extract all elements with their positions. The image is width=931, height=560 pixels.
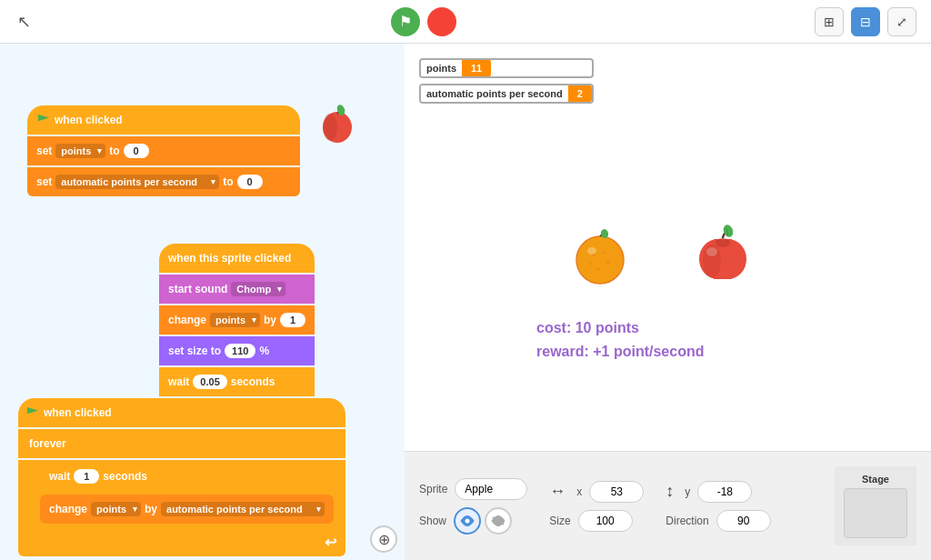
y-label: y xyxy=(685,485,690,498)
sprite-info-right: ↕ y Direction xyxy=(666,481,770,532)
stage-thumbnail[interactable] xyxy=(844,488,907,538)
xy-arrow-icon: ↔ xyxy=(549,482,566,501)
sprite-name-row: Sprite xyxy=(419,478,527,500)
wait-block-1[interactable]: wait 0.05 seconds xyxy=(159,367,315,396)
svg-point-1 xyxy=(323,114,337,141)
y-row: ↕ y xyxy=(666,481,770,503)
green-flag-button[interactable] xyxy=(391,7,420,36)
wait-value-1[interactable]: 0.05 xyxy=(193,375,226,389)
by-value-1[interactable]: 1 xyxy=(280,313,305,327)
show-btn-hidden[interactable] xyxy=(485,507,512,535)
svg-point-19 xyxy=(466,518,470,523)
svg-point-15 xyxy=(716,238,730,247)
blocks-panel: when clicked set points to 0 set automat… xyxy=(0,44,405,560)
reward-line: reward: +1 point/second xyxy=(536,340,704,364)
points-value-1[interactable]: 0 xyxy=(124,144,149,158)
wait-label-2: wait xyxy=(49,470,70,483)
apple-sprite[interactable] xyxy=(686,221,755,289)
toolbar-left: ↖ xyxy=(15,13,33,31)
auto-dropdown-1[interactable]: automatic points per second xyxy=(55,175,219,189)
wait-block-2[interactable]: wait 1 seconds xyxy=(40,462,156,491)
forever-label-block[interactable]: forever xyxy=(18,429,345,458)
eye-open-icon xyxy=(460,515,475,526)
zoom-button[interactable]: ⊕ xyxy=(370,525,397,553)
sprite-clicked-label: when this sprite clicked xyxy=(168,252,291,265)
show-label: Show xyxy=(419,515,446,527)
when-clicked-label-2: when clicked xyxy=(44,406,112,419)
x-label: x xyxy=(576,485,582,498)
seconds-label-1: seconds xyxy=(231,375,275,388)
block-group-3: when clicked forever wait 1 seconds chan… xyxy=(18,398,345,558)
size-value-110[interactable]: 110 xyxy=(225,344,255,358)
flag-icon-2 xyxy=(27,407,38,418)
auto-monitor-value: 2 xyxy=(568,85,592,102)
change-points-block[interactable]: change points by 1 xyxy=(159,305,315,335)
points-monitor-label: points xyxy=(421,60,462,76)
forever-bottom: ↩ xyxy=(18,527,345,556)
auto-value-1[interactable]: 0 xyxy=(237,175,263,189)
set-auto-block[interactable]: set automatic points per second to 0 xyxy=(27,167,300,196)
change-points-auto-block[interactable]: change points by automatic points per se… xyxy=(40,495,334,524)
show-buttons xyxy=(454,507,512,535)
when-clicked-block-1[interactable]: when clicked xyxy=(27,105,300,135)
variable-monitors: points 11 automatic points per second 2 xyxy=(419,58,594,104)
apple-sprite-thumbnail xyxy=(315,103,359,146)
layout-btn-2[interactable]: ⊟ xyxy=(851,7,880,36)
when-sprite-clicked-block[interactable]: when this sprite clicked xyxy=(159,244,315,273)
stage-thumb-label: Stage xyxy=(862,474,889,485)
set-size-110-block[interactable]: set size to 110 % xyxy=(159,336,315,365)
when-clicked-label-1: when clicked xyxy=(55,114,123,126)
show-row: Show xyxy=(419,507,527,535)
change-label-2: change xyxy=(49,503,87,515)
change-label-1: change xyxy=(168,314,206,326)
direction-row: Direction xyxy=(666,510,770,532)
bottom-info-panel: Sprite Show xyxy=(405,451,931,560)
by-label-1: by xyxy=(264,314,276,326)
stage-thumb-panel: Stage xyxy=(835,466,916,545)
set-label-1: set xyxy=(36,145,52,157)
fullscreen-button[interactable]: ⤢ xyxy=(887,7,916,36)
auto-monitor-label: automatic points per second xyxy=(421,85,568,102)
show-btn-visible[interactable] xyxy=(454,507,481,535)
points-dropdown-1[interactable]: points xyxy=(55,144,105,158)
layout-btn-1[interactable]: ⊞ xyxy=(815,7,844,36)
block-group-1: when clicked set points to 0 set automat… xyxy=(27,105,300,198)
when-clicked-block-2[interactable]: when clicked xyxy=(18,398,345,427)
start-sound-block[interactable]: start sound Chomp xyxy=(159,275,315,304)
by-label-2: by xyxy=(145,503,157,515)
cost-line: cost: 10 points xyxy=(536,316,704,340)
wait-value-2[interactable]: 1 xyxy=(74,469,99,484)
size-input[interactable] xyxy=(578,510,633,532)
set-points-block[interactable]: set points to 0 xyxy=(27,136,300,165)
y-arrow-icon: ↕ xyxy=(666,482,674,501)
to-label-1: to xyxy=(109,145,119,157)
svg-point-6 xyxy=(604,252,606,255)
points-monitor-value: 11 xyxy=(462,60,491,76)
orange-sprite[interactable] xyxy=(568,225,632,289)
stop-button[interactable] xyxy=(427,7,456,36)
sprite-label: Sprite xyxy=(419,483,447,495)
c-block-inner: wait 1 seconds change points by automati… xyxy=(18,460,345,527)
to-label-2: to xyxy=(223,175,233,188)
top-toolbar: ↖ ⊞ ⊟ ⤢ xyxy=(0,0,931,44)
x-row: ↔ x xyxy=(549,481,644,503)
percent-label-1: % xyxy=(259,345,269,357)
sprite-info-left: Sprite Show xyxy=(419,478,527,535)
points-dropdown-2[interactable]: points xyxy=(210,313,260,327)
chomp-dropdown[interactable]: Chomp xyxy=(231,282,285,296)
sprite-name-input[interactable] xyxy=(455,478,527,500)
main-container: when clicked set points to 0 set automat… xyxy=(0,44,931,560)
y-input[interactable] xyxy=(697,481,752,503)
auto-label-inner[interactable]: automatic points per second xyxy=(161,502,325,516)
cost-reward-text: cost: 10 points reward: +1 point/second xyxy=(536,316,704,363)
sprite-info: Sprite Show xyxy=(419,478,820,535)
flag-icon-1 xyxy=(38,115,49,125)
set-label-2: set xyxy=(36,175,52,188)
set-size-label-1: set size to xyxy=(168,345,221,357)
points-dropdown-3[interactable]: points xyxy=(91,502,141,516)
toolbar-center xyxy=(391,7,456,36)
svg-point-10 xyxy=(587,247,596,255)
direction-input[interactable] xyxy=(716,510,771,532)
x-input[interactable] xyxy=(589,481,644,503)
wait-label-1: wait xyxy=(168,375,189,388)
